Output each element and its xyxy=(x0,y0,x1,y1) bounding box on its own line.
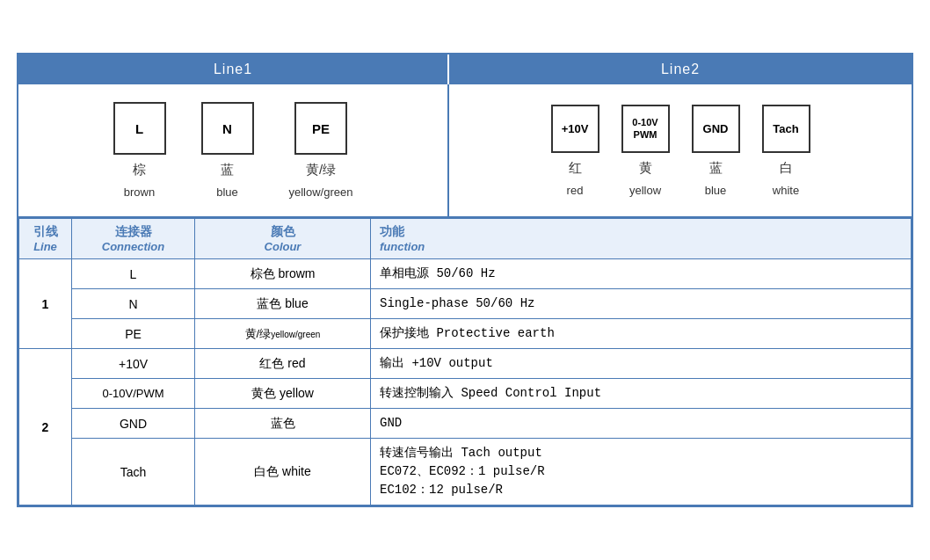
diagram-line2: +10V 红 red 0-10VPWM 黄 yellow GND 蓝 blue … xyxy=(449,84,912,216)
label-en-N: blue xyxy=(216,185,238,199)
label-en-L: brown xyxy=(124,185,155,199)
table-row: GND 蓝色 GND xyxy=(19,409,912,439)
connector-10V: +10V 红 red xyxy=(551,105,599,197)
line-number-2: 2 xyxy=(19,349,72,505)
function-L: 单相电源 50/60 Hz xyxy=(371,259,912,289)
colour-N: 蓝色 blue xyxy=(195,289,371,319)
connector-Tach: Tach 白 white xyxy=(762,105,810,197)
connector-box-PWM: 0-10VPWM xyxy=(621,105,670,153)
connector-PWM: 0-10VPWM 黄 yellow xyxy=(621,105,670,197)
line-number-1: 1 xyxy=(19,259,72,349)
th-function: 功能 function xyxy=(371,219,912,259)
table-row: 0-10V/PWM 黄色 yellow 转速控制输入 Speed Control… xyxy=(19,379,912,409)
colour-10V: 红色 red xyxy=(195,349,371,379)
label-cn-GND: 蓝 xyxy=(709,160,723,177)
label-en-PWM: yellow xyxy=(629,184,661,197)
label-en-10V: red xyxy=(567,184,584,197)
header-line1: Line1 xyxy=(18,55,449,84)
th-connection: 连接器 Connection xyxy=(72,219,195,259)
table-header-row: 引线 Line 连接器 Connection 颜色 Colour 功能 func… xyxy=(19,219,912,259)
label-cn-L: 棕 xyxy=(133,162,146,178)
colour-L: 棕色 browm xyxy=(195,259,371,289)
colour-GND-row: 蓝色 xyxy=(195,409,371,439)
th-connection-en: Connection xyxy=(81,240,185,253)
header-row: Line1 Line2 xyxy=(18,55,912,84)
conn-Tach-row: Tach xyxy=(72,439,195,505)
th-colour-cn: 颜色 xyxy=(204,224,361,240)
conn-L: L xyxy=(72,259,195,289)
conn-PE: PE xyxy=(72,319,195,349)
connector-box-PE: PE xyxy=(294,102,347,155)
connector-box-Tach: Tach xyxy=(762,105,810,153)
function-PWM: 转速控制输入 Speed Control Input xyxy=(371,379,912,409)
connector-box-10V: +10V xyxy=(551,105,599,153)
label-cn-PWM: 黄 xyxy=(639,160,652,177)
conn-N: N xyxy=(72,289,195,319)
conn-GND-row: GND xyxy=(72,409,195,439)
connector-L: L 棕 brown xyxy=(113,102,166,199)
table-row: 2 +10V 红色 red 输出 +10V output xyxy=(19,349,912,379)
th-line-en: Line xyxy=(28,240,62,253)
table-row: PE 黄/绿yellow/green 保护接地 Protective earth xyxy=(19,319,912,349)
label-en-Tach: white xyxy=(773,184,799,197)
function-PE: 保护接地 Protective earth xyxy=(371,319,912,349)
table-row: 1 L 棕色 browm 单相电源 50/60 Hz xyxy=(19,259,912,289)
label-cn-Tach: 白 xyxy=(780,160,793,177)
connector-N: N 蓝 blue xyxy=(201,102,254,199)
connector-PE: PE 黄/绿 yellow/green xyxy=(289,102,353,199)
th-line-cn: 引线 xyxy=(28,224,62,240)
table-row: N 蓝色 blue Single-phase 50/60 Hz xyxy=(19,289,912,319)
header-line2: Line2 xyxy=(449,55,912,84)
colour-PWM: 黄色 yellow xyxy=(195,379,371,409)
colour-PE: 黄/绿yellow/green xyxy=(195,319,371,349)
function-Tach-row: 转速信号输出 Tach output EC072、EC092：1 pulse/R… xyxy=(371,439,912,505)
diagram-row: L 棕 brown N 蓝 blue PE 黄/绿 yellow/green +… xyxy=(18,84,912,218)
label-cn-10V: 红 xyxy=(569,160,582,177)
function-10V: 输出 +10V output xyxy=(371,349,912,379)
connector-box-L: L xyxy=(113,102,166,155)
colour-Tach-row: 白色 white xyxy=(195,439,371,505)
function-N: Single-phase 50/60 Hz xyxy=(371,289,912,319)
main-container: Line1 Line2 L 棕 brown N 蓝 blue PE 黄/绿 ye… xyxy=(17,53,913,507)
table-body: 1 L 棕色 browm 单相电源 50/60 Hz N 蓝色 blue Sin… xyxy=(19,259,912,505)
table-row: Tach 白色 white 转速信号输出 Tach output EC072、E… xyxy=(19,439,912,505)
function-GND-row: GND xyxy=(371,409,912,439)
label-en-GND: blue xyxy=(705,184,727,197)
label-en-PE: yellow/green xyxy=(289,185,353,199)
diagram-line1: L 棕 brown N 蓝 blue PE 黄/绿 yellow/green xyxy=(18,84,449,216)
th-connection-cn: 连接器 xyxy=(81,224,185,240)
label-cn-N: 蓝 xyxy=(221,162,234,178)
table-wrapper: 引线 Line 连接器 Connection 颜色 Colour 功能 func… xyxy=(18,218,912,505)
th-function-cn: 功能 xyxy=(380,224,902,240)
th-colour: 颜色 Colour xyxy=(195,219,371,259)
label-cn-PE: 黄/绿 xyxy=(306,162,336,178)
th-colour-en: Colour xyxy=(204,240,361,253)
conn-10V: +10V xyxy=(72,349,195,379)
connector-GND: GND 蓝 blue xyxy=(692,105,740,197)
th-function-en: function xyxy=(380,240,902,253)
connector-box-N: N xyxy=(201,102,254,155)
data-table: 引线 Line 连接器 Connection 颜色 Colour 功能 func… xyxy=(18,218,912,505)
connector-box-GND: GND xyxy=(692,105,740,153)
th-line: 引线 Line xyxy=(19,219,72,259)
conn-PWM: 0-10V/PWM xyxy=(72,379,195,409)
